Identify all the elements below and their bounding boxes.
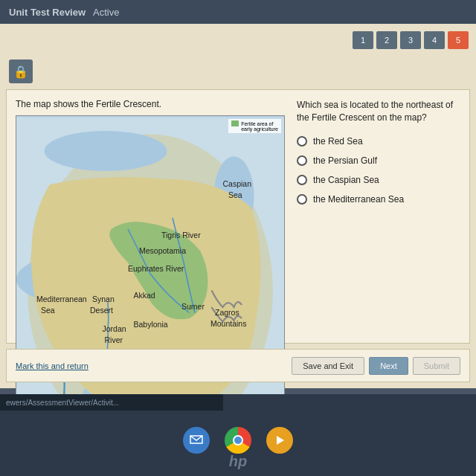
lock-area: 🔒 bbox=[9, 60, 33, 83]
svg-text:Mesopotamia: Mesopotamia bbox=[139, 246, 186, 255]
svg-text:Caspian: Caspian bbox=[223, 179, 252, 188]
svg-point-2 bbox=[45, 131, 167, 171]
answer-label-c: the Caspian Sea bbox=[313, 175, 379, 185]
radio-a[interactable] bbox=[297, 136, 307, 147]
url-text: ewers/AssessmentViewer/Activit... bbox=[6, 399, 119, 407]
bottom-bar: Mark this and return Save and Exit Next … bbox=[6, 349, 470, 382]
question-btn-4[interactable]: 4 bbox=[424, 31, 445, 49]
svg-text:Jordan: Jordan bbox=[103, 324, 126, 333]
answer-label-b: the Persian Gulf bbox=[313, 155, 377, 166]
answer-option-c[interactable]: the Caspian Sea bbox=[297, 175, 460, 185]
number-buttons: 1 2 3 4 5 bbox=[353, 31, 469, 49]
quiz-container: The map shows the Fertile Crescent. bbox=[6, 89, 470, 344]
lock-icon: 🔒 bbox=[9, 60, 33, 83]
svg-text:Synan: Synan bbox=[92, 295, 115, 303]
svg-text:Desert: Desert bbox=[90, 306, 113, 315]
save-exit-button[interactable]: Save and Exit bbox=[292, 357, 364, 375]
svg-text:Tigris River: Tigris River bbox=[161, 231, 201, 239]
svg-text:Zagros: Zagros bbox=[215, 308, 239, 317]
url-bar: ewers/AssessmentViewer/Activit... bbox=[0, 394, 223, 411]
mark-link[interactable]: Mark this and return bbox=[16, 361, 292, 370]
radio-d[interactable] bbox=[297, 194, 307, 205]
content-area: 🔒 1 2 3 4 5 The map shows the Fertile Cr… bbox=[0, 24, 476, 388]
map-legend: Fertile area of early agriculture bbox=[228, 119, 281, 133]
answer-option-a[interactable]: the Red Sea bbox=[297, 136, 460, 147]
svg-text:Mediterranean: Mediterranean bbox=[36, 295, 87, 303]
monitor: Unit Test Review Active 🔒 1 2 3 4 5 bbox=[0, 0, 476, 476]
screen: Unit Test Review Active 🔒 1 2 3 4 5 bbox=[0, 0, 476, 394]
question-btn-5[interactable]: 5 bbox=[448, 31, 469, 49]
svg-text:Sumer: Sumer bbox=[181, 302, 205, 311]
next-button[interactable]: Next bbox=[369, 357, 408, 375]
radio-b[interactable] bbox=[297, 155, 307, 166]
answer-label-a: the Red Sea bbox=[313, 136, 363, 147]
title-bar-status: Active bbox=[93, 7, 119, 18]
play-icon[interactable] bbox=[266, 427, 293, 454]
title-bar: Unit Test Review Active bbox=[0, 0, 476, 24]
question-btn-2[interactable]: 2 bbox=[376, 31, 397, 49]
answer-option-b[interactable]: the Persian Gulf bbox=[297, 155, 460, 166]
answer-option-d[interactable]: the Mediterranean Sea bbox=[297, 194, 460, 205]
svg-text:Sea: Sea bbox=[228, 190, 242, 199]
hp-logo: hp bbox=[229, 453, 247, 470]
legend-label2: early agriculture bbox=[241, 126, 278, 132]
svg-marker-31 bbox=[277, 436, 284, 445]
question-btn-3[interactable]: 3 bbox=[400, 31, 421, 49]
submit-button[interactable]: Submit bbox=[413, 357, 460, 375]
chrome-icon[interactable] bbox=[225, 427, 251, 454]
svg-text:Mountains: Mountains bbox=[210, 319, 246, 328]
question-btn-1[interactable]: 1 bbox=[353, 31, 373, 49]
legend-color bbox=[231, 120, 239, 126]
question-text: Which sea is located to the northeast of… bbox=[297, 99, 460, 124]
bottom-buttons: Save and Exit Next Submit bbox=[292, 357, 460, 375]
radio-c[interactable] bbox=[297, 175, 307, 185]
svg-text:Babylonia: Babylonia bbox=[134, 320, 168, 329]
title-bar-title: Unit Test Review bbox=[9, 7, 86, 18]
taskbar: ewers/AssessmentViewer/Activit... hp bbox=[0, 394, 476, 476]
svg-text:River: River bbox=[105, 335, 123, 344]
system-icons bbox=[183, 427, 293, 454]
legend-label1: Fertile area of bbox=[241, 121, 273, 126]
answer-label-d: the Mediterranean Sea bbox=[313, 194, 404, 205]
map-question-text: The map shows the Fertile Crescent. bbox=[16, 99, 285, 109]
svg-text:Euphrates River: Euphrates River bbox=[128, 264, 184, 273]
svg-text:Sea: Sea bbox=[41, 306, 55, 315]
message-icon[interactable] bbox=[183, 427, 210, 454]
svg-text:Akkad: Akkad bbox=[134, 291, 155, 300]
